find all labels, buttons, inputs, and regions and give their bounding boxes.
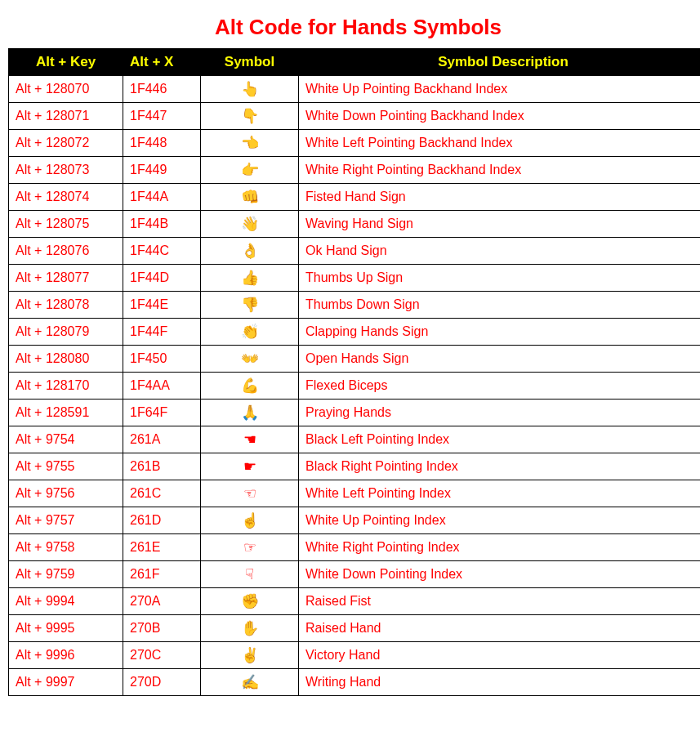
cell-description: White Left Pointing Index bbox=[299, 480, 701, 507]
cell-symbol: ☚ bbox=[201, 426, 299, 453]
table-row: Alt + 9995270B✋Raised Hand bbox=[9, 615, 701, 642]
cell-symbol: 👈 bbox=[201, 130, 299, 157]
cell-altx: 261A bbox=[123, 426, 201, 453]
table-row: Alt + 1280781F44E👎Thumbs Down Sign bbox=[9, 292, 701, 319]
cell-altkey: Alt + 128072 bbox=[9, 130, 123, 157]
cell-description: Ok Hand Sign bbox=[299, 238, 701, 265]
cell-symbol: 👌 bbox=[201, 238, 299, 265]
cell-altkey: Alt + 128071 bbox=[9, 103, 123, 130]
cell-altx: 261B bbox=[123, 453, 201, 480]
cell-altkey: Alt + 9994 bbox=[9, 588, 123, 615]
table-row: Alt + 1280741F44A👊Fisted Hand Sign bbox=[9, 184, 701, 211]
cell-description: White Down Pointing Backhand Index bbox=[299, 103, 701, 130]
cell-altkey: Alt + 128080 bbox=[9, 346, 123, 373]
cell-symbol: 👋 bbox=[201, 211, 299, 238]
cell-symbol: 👐 bbox=[201, 346, 299, 373]
table-row: Alt + 9756261C☜White Left Pointing Index bbox=[9, 480, 701, 507]
cell-altx: 1F44C bbox=[123, 238, 201, 265]
cell-altx: 270D bbox=[123, 669, 201, 696]
cell-symbol: 👊 bbox=[201, 184, 299, 211]
cell-altkey: Alt + 9758 bbox=[9, 534, 123, 561]
cell-altx: 1F447 bbox=[123, 103, 201, 130]
cell-symbol: ☝ bbox=[201, 507, 299, 534]
cell-altkey: Alt + 9756 bbox=[9, 480, 123, 507]
cell-altx: 261E bbox=[123, 534, 201, 561]
table-row: Alt + 1280721F448👈White Left Pointing Ba… bbox=[9, 130, 701, 157]
cell-description: Black Right Pointing Index bbox=[299, 453, 701, 480]
cell-altkey: Alt + 128591 bbox=[9, 400, 123, 426]
table-row: Alt + 9759261F☟White Down Pointing Index bbox=[9, 561, 701, 588]
cell-altkey: Alt + 9757 bbox=[9, 507, 123, 534]
cell-description: White Down Pointing Index bbox=[299, 561, 701, 588]
cell-altkey: Alt + 128076 bbox=[9, 238, 123, 265]
table-row: Alt + 1280791F44F👏Clapping Hands Sign bbox=[9, 319, 701, 346]
table-row: Alt + 9755261B☛Black Right Pointing Inde… bbox=[9, 453, 701, 480]
cell-description: Thumbs Up Sign bbox=[299, 265, 701, 292]
cell-description: Black Left Pointing Index bbox=[299, 426, 701, 453]
cell-symbol: 👎 bbox=[201, 292, 299, 319]
cell-symbol: ✍ bbox=[201, 669, 299, 696]
table-row: Alt + 9754261A☚Black Left Pointing Index bbox=[9, 426, 701, 453]
cell-description: White Left Pointing Backhand Index bbox=[299, 130, 701, 157]
table-row: Alt + 1280771F44D👍Thumbs Up Sign bbox=[9, 265, 701, 292]
cell-symbol: 👉 bbox=[201, 157, 299, 184]
cell-altkey: Alt + 128078 bbox=[9, 292, 123, 319]
alt-code-table: Alt + Key Alt + X Symbol Symbol Descript… bbox=[8, 48, 700, 696]
cell-symbol: ☛ bbox=[201, 453, 299, 480]
cell-altkey: Alt + 9995 bbox=[9, 615, 123, 642]
header-row: Alt + Key Alt + X Symbol Symbol Descript… bbox=[9, 49, 701, 76]
cell-description: Open Hands Sign bbox=[299, 346, 701, 373]
cell-altkey: Alt + 9754 bbox=[9, 426, 123, 453]
header-altkey: Alt + Key bbox=[9, 49, 123, 76]
table-row: Alt + 1280711F447👇White Down Pointing Ba… bbox=[9, 103, 701, 130]
table-row: Alt + 1285911F64F🙏Praying Hands bbox=[9, 400, 701, 426]
cell-description: Raised Hand bbox=[299, 615, 701, 642]
cell-symbol: ✋ bbox=[201, 615, 299, 642]
cell-description: White Up Pointing Index bbox=[299, 507, 701, 534]
cell-altkey: Alt + 128079 bbox=[9, 319, 123, 346]
table-row: Alt + 9994270A✊Raised Fist bbox=[9, 588, 701, 615]
cell-altkey: Alt + 128074 bbox=[9, 184, 123, 211]
table-row: Alt + 1281701F4AA💪Flexed Biceps bbox=[9, 373, 701, 400]
cell-altx: 1F44A bbox=[123, 184, 201, 211]
cell-altx: 1F44B bbox=[123, 211, 201, 238]
cell-description: Raised Fist bbox=[299, 588, 701, 615]
cell-symbol: 💪 bbox=[201, 373, 299, 400]
header-symbol: Symbol bbox=[201, 49, 299, 76]
cell-description: Praying Hands bbox=[299, 400, 701, 426]
table-row: Alt + 1280701F446👆White Up Pointing Back… bbox=[9, 76, 701, 103]
cell-symbol: 👇 bbox=[201, 103, 299, 130]
cell-symbol: 👏 bbox=[201, 319, 299, 346]
cell-altx: 270A bbox=[123, 588, 201, 615]
table-row: Alt + 9757261D☝White Up Pointing Index bbox=[9, 507, 701, 534]
cell-altkey: Alt + 128170 bbox=[9, 373, 123, 400]
cell-symbol: ☞ bbox=[201, 534, 299, 561]
cell-altx: 270B bbox=[123, 615, 201, 642]
header-description: Symbol Description bbox=[299, 49, 701, 76]
page-title: Alt Code for Hands Symbols bbox=[8, 15, 700, 40]
cell-description: White Right Pointing Index bbox=[299, 534, 701, 561]
cell-symbol: 🙏 bbox=[201, 400, 299, 426]
cell-altx: 270C bbox=[123, 642, 201, 669]
cell-description: Fisted Hand Sign bbox=[299, 184, 701, 211]
table-row: Alt + 1280751F44B👋Waving Hand Sign bbox=[9, 211, 701, 238]
cell-altkey: Alt + 9755 bbox=[9, 453, 123, 480]
cell-altx: 261D bbox=[123, 507, 201, 534]
cell-description: Clapping Hands Sign bbox=[299, 319, 701, 346]
cell-symbol: 👍 bbox=[201, 265, 299, 292]
cell-description: White Up Pointing Backhand Index bbox=[299, 76, 701, 103]
cell-altkey: Alt + 128075 bbox=[9, 211, 123, 238]
cell-altx: 1F446 bbox=[123, 76, 201, 103]
cell-altkey: Alt + 9759 bbox=[9, 561, 123, 588]
table-row: Alt + 1280761F44C👌Ok Hand Sign bbox=[9, 238, 701, 265]
table-row: Alt + 1280731F449👉White Right Pointing B… bbox=[9, 157, 701, 184]
table-row: Alt + 9997270D✍Writing Hand bbox=[9, 669, 701, 696]
cell-description: Flexed Biceps bbox=[299, 373, 701, 400]
cell-description: Waving Hand Sign bbox=[299, 211, 701, 238]
cell-altx: 1F4AA bbox=[123, 373, 201, 400]
cell-description: White Right Pointing Backhand Index bbox=[299, 157, 701, 184]
table-row: Alt + 1280801F450👐Open Hands Sign bbox=[9, 346, 701, 373]
cell-altkey: Alt + 9997 bbox=[9, 669, 123, 696]
cell-description: Writing Hand bbox=[299, 669, 701, 696]
cell-altkey: Alt + 9996 bbox=[9, 642, 123, 669]
